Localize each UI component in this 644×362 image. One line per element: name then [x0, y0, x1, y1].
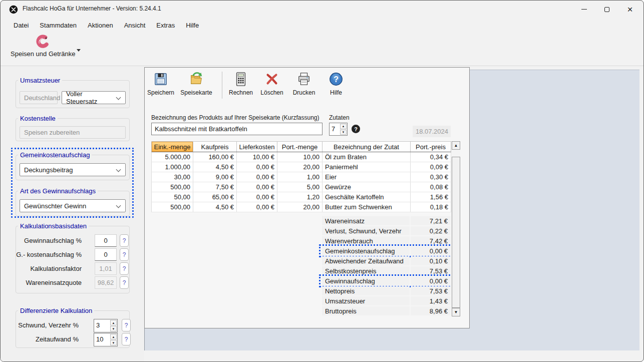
- hilfe-button[interactable]: ? Hilfe: [321, 72, 351, 99]
- cell[interactable]: 0,00 €: [237, 182, 277, 192]
- cell[interactable]: 4,50 €: [193, 162, 237, 172]
- close-button[interactable]: ×: [618, 1, 641, 18]
- cell[interactable]: 500,00: [152, 202, 193, 212]
- col-kaufpreis[interactable]: Kaufpreis: [193, 142, 237, 152]
- cell[interactable]: 1,56 €: [411, 192, 451, 202]
- cell[interactable]: 10,00: [277, 152, 323, 162]
- drucken-button[interactable]: Drucken: [289, 72, 319, 99]
- summary-row-umsatzsteuer: Umsatzsteuer 1,43 €: [322, 296, 451, 305]
- cell[interactable]: 4,50 €: [193, 202, 237, 212]
- gewinnart-value: Gewünschter Gewinn: [24, 202, 86, 210]
- cell[interactable]: 0,00 €: [237, 202, 277, 212]
- scrollbar-thumb[interactable]: [452, 157, 460, 308]
- cell[interactable]: 5.000,00: [152, 152, 193, 162]
- speisekarte-button[interactable]: Speisekarte: [180, 72, 213, 99]
- cell[interactable]: Butter zum Schwenken: [323, 202, 411, 212]
- cell[interactable]: 50,00: [152, 192, 193, 202]
- cell[interactable]: 30,00: [152, 172, 193, 182]
- menu-hilfe[interactable]: Hilfe: [180, 18, 204, 33]
- cell[interactable]: 20,00: [277, 162, 323, 172]
- tax-rate-select[interactable]: Voller Steuersatz: [62, 91, 126, 104]
- menu-stammdaten[interactable]: Stammdaten: [34, 18, 82, 33]
- help-button[interactable]: ?: [120, 234, 129, 247]
- gewinnaufschlag-input[interactable]: 0: [95, 234, 117, 247]
- gkostenaufschlag-input[interactable]: 0: [95, 248, 117, 261]
- product-name-input[interactable]: Kalbsschnitzel mit Bratkartoffeln: [151, 123, 323, 135]
- cell[interactable]: Gewürze: [323, 182, 411, 192]
- cell[interactable]: 65,00 €: [193, 192, 237, 202]
- col-bezeichnung[interactable]: Bezeichnung der Zutat: [323, 142, 411, 152]
- cell[interactable]: 20,00: [277, 202, 323, 212]
- loeschen-button[interactable]: Löschen: [257, 72, 287, 99]
- table-row[interactable]: 50,00 65,00 € 0,00 € 1,20 Geschälte Kart…: [151, 192, 451, 202]
- gewinnart-select[interactable]: Gewünschter Gewinn: [20, 199, 126, 212]
- col-port-menge[interactable]: Port.-menge: [277, 142, 323, 152]
- spin-up-icon[interactable]: ▲: [110, 320, 117, 325]
- menu-datei[interactable]: Datei: [8, 18, 34, 33]
- scroll-down-icon[interactable]: ▼: [452, 308, 460, 316]
- minimize-button[interactable]: [572, 1, 595, 18]
- help-button[interactable]: ?: [120, 248, 129, 261]
- spin-down-icon[interactable]: ▼: [110, 326, 117, 331]
- date-field: 18.07.2024: [413, 126, 451, 137]
- cell[interactable]: Paniermehl: [323, 162, 411, 172]
- table-row[interactable]: 5.000,00 160,00 € 10,00 € 10,00 Öl zum B…: [151, 152, 451, 162]
- table-row[interactable]: 30,00 9,00 € 0,00 € 1,00 Eier 0,30 €: [151, 172, 451, 182]
- cell[interactable]: 500,00: [152, 182, 193, 192]
- schwund-verzehr-stepper[interactable]: 3 ▲▼: [94, 319, 118, 332]
- menu-aktionen[interactable]: Aktionen: [82, 18, 119, 33]
- spin-down-icon[interactable]: ▼: [340, 130, 347, 135]
- cell[interactable]: 1,00: [277, 172, 323, 182]
- cell[interactable]: Öl zum Braten: [323, 152, 411, 162]
- cell[interactable]: 0,00 €: [237, 192, 277, 202]
- zeitaufwand-stepper[interactable]: 10 ▲▼: [94, 333, 118, 346]
- chevron-down-icon[interactable]: [77, 49, 81, 52]
- help-button[interactable]: ?: [120, 262, 129, 275]
- speisen-und-getraenke-button[interactable]: Speisen und Getränke: [7, 34, 85, 64]
- rechnen-button[interactable]: Rechnen: [226, 72, 256, 99]
- cell[interactable]: 0,30 €: [411, 172, 451, 182]
- table-row[interactable]: 1.000,00 4,50 € 0,00 € 20,00 Paniermehl …: [151, 162, 451, 172]
- help-button[interactable]: ?: [122, 319, 131, 331]
- help-button[interactable]: ?: [122, 333, 131, 345]
- col-eink-menge[interactable]: Eink.-menge: [152, 142, 193, 152]
- cell[interactable]: 9,00 €: [193, 172, 237, 182]
- menu-extras[interactable]: Extras: [151, 18, 180, 33]
- cell[interactable]: 0,34 €: [411, 152, 451, 162]
- cell[interactable]: 7,50 €: [193, 182, 237, 192]
- group-umsatzsteuer-title: Umsatzsteuer: [18, 77, 62, 84]
- cell[interactable]: 0,00 €: [237, 172, 277, 182]
- zutaten-stepper[interactable]: 7 ▲▼: [329, 123, 348, 136]
- help-button[interactable]: ?: [120, 276, 129, 289]
- zutaten-count: 7: [330, 123, 340, 135]
- cell[interactable]: 160,00 €: [193, 152, 237, 162]
- menu-ansicht[interactable]: Ansicht: [119, 18, 151, 33]
- cell[interactable]: Eier: [323, 172, 411, 182]
- col-port-preis[interactable]: Port.-preis: [411, 142, 451, 152]
- cell[interactable]: 0,09 €: [411, 162, 451, 172]
- spin-up-icon[interactable]: ▲: [110, 334, 117, 339]
- svg-text:?: ?: [334, 75, 339, 84]
- cell[interactable]: 1,20: [277, 192, 323, 202]
- spin-up-icon[interactable]: ▲: [340, 124, 347, 129]
- cell[interactable]: 5,00: [277, 182, 323, 192]
- table-row[interactable]: 500,00 4,50 € 0,00 € 20,00 Butter zum Sc…: [151, 202, 451, 212]
- cell[interactable]: Geschälte Kartoffeln: [323, 192, 411, 202]
- zutaten-help-icon[interactable]: ?: [352, 125, 360, 133]
- spin-down-icon[interactable]: ▼: [110, 340, 117, 345]
- cell[interactable]: 0,00 €: [237, 162, 277, 172]
- gemeinkosten-select[interactable]: Deckungsbeitrag: [20, 163, 126, 176]
- col-lieferkosten[interactable]: Lieferkosten: [237, 142, 277, 152]
- scroll-up-icon[interactable]: ▲: [452, 141, 460, 150]
- maximize-button[interactable]: [595, 1, 618, 18]
- cell[interactable]: 0,08 €: [411, 182, 451, 192]
- cell[interactable]: 1.000,00: [152, 162, 193, 172]
- chevron-down-icon: [116, 203, 121, 208]
- save-button[interactable]: Speichern: [146, 72, 176, 99]
- table-scrollbar[interactable]: ▲ ▼: [452, 141, 460, 316]
- table-row[interactable]: 500,00 7,50 € 0,00 € 5,00 Gewürze 0,08 €: [151, 182, 451, 192]
- cell[interactable]: 10,00 €: [237, 152, 277, 162]
- cell[interactable]: 0,18 €: [411, 202, 451, 212]
- summary-row-warenverbrauch: Warenverbrauch 7,42 €: [322, 236, 451, 245]
- panel-toolbar: Speichern Speisekarte: [145, 71, 469, 100]
